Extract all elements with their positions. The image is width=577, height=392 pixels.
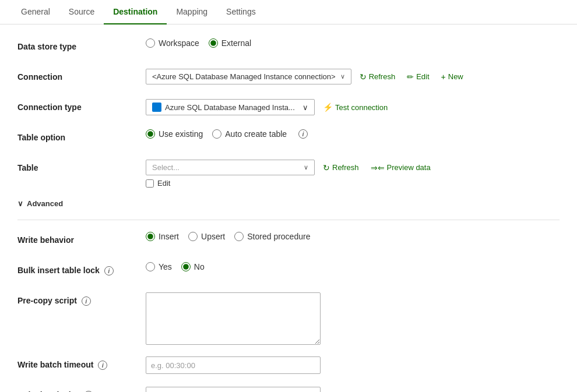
preview-data-label: Preview data — [387, 163, 431, 172]
connection-new-label: New — [448, 72, 463, 81]
radio-yes[interactable]: Yes — [146, 262, 172, 271]
connection-control: <Azure SQL Database Managed Instance con… — [146, 69, 467, 84]
table-option-radio-group: Use existing Auto create table i — [146, 129, 308, 139]
radio-no-input[interactable] — [181, 262, 191, 271]
write-batch-timeout-label: Write batch timeout i — [17, 356, 146, 370]
data-store-type-label: Data store type — [17, 38, 146, 51]
bulk-insert-info-icon[interactable]: i — [104, 266, 114, 276]
write-behavior-row: Write behavior Insert Upsert Stored proc… — [17, 232, 560, 250]
connection-type-row: Connection type Azure SQL Database Manag… — [17, 99, 560, 118]
table-control: Select... ∨ ↻ Refresh ⇒⇐ Preview data Ed… — [146, 160, 434, 188]
radio-auto-create-label: Auto create table — [225, 129, 287, 139]
pre-copy-script-control — [146, 292, 321, 345]
tab-destination[interactable]: Destination — [104, 0, 167, 24]
table-edit-checkbox[interactable]: Edit — [146, 179, 434, 188]
radio-auto-create-input[interactable] — [212, 129, 221, 139]
connection-refresh-label: Refresh — [369, 72, 396, 81]
radio-external-label: External — [221, 38, 251, 48]
advanced-chevron-icon: ∨ — [17, 199, 23, 208]
radio-use-existing[interactable]: Use existing — [146, 129, 203, 139]
pre-copy-script-input[interactable] — [146, 292, 321, 345]
write-batch-size-input[interactable] — [146, 387, 321, 392]
bulk-insert-label-text: Bulk insert table lock — [17, 266, 100, 275]
pre-copy-script-info-icon[interactable]: i — [82, 296, 91, 306]
radio-use-existing-input[interactable] — [146, 129, 155, 139]
write-batch-timeout-input[interactable] — [146, 356, 321, 374]
bulk-insert-row: Bulk insert table lock i Yes No — [17, 262, 560, 281]
advanced-label: Advanced — [27, 199, 63, 208]
edit-icon: ✏ — [407, 72, 414, 82]
table-label: Table — [17, 160, 146, 172]
table-dropdown[interactable]: Select... ∨ — [146, 160, 315, 175]
advanced-toggle[interactable]: ∨ Advanced — [17, 199, 560, 208]
connection-row: Connection <Azure SQL Database Managed I… — [17, 69, 560, 87]
table-edit-checkbox-input[interactable] — [146, 179, 154, 188]
radio-stored-procedure-input[interactable] — [234, 232, 244, 241]
connection-type-value: Azure SQL Database Managed Insta... — [165, 103, 295, 112]
radio-workspace-input[interactable] — [146, 38, 155, 48]
radio-auto-create[interactable]: Auto create table — [212, 129, 287, 139]
new-icon: + — [441, 72, 446, 82]
bulk-insert-label: Bulk insert table lock i — [17, 262, 146, 276]
connection-refresh-btn[interactable]: ↻ Refresh — [356, 70, 399, 84]
bulk-insert-radio-group: Yes No — [146, 262, 205, 271]
test-connection-icon: ⚡ — [323, 103, 333, 112]
preview-data-btn[interactable]: ⇒⇐ Preview data — [367, 161, 434, 175]
write-batch-timeout-control — [146, 356, 321, 374]
test-connection-label: Test connection — [335, 103, 388, 112]
table-option-row: Table option Use existing Auto create ta… — [17, 129, 560, 148]
radio-no-label: No — [194, 262, 205, 271]
table-option-label: Table option — [17, 129, 146, 142]
conn-type-inner: Azure SQL Database Managed Insta... — [152, 103, 295, 112]
pre-copy-script-label: Pre-copy script i — [17, 292, 146, 306]
table-dropdown-chevron: ∨ — [304, 164, 308, 171]
table-dropdown-placeholder: Select... — [152, 163, 180, 172]
connection-dropdown-chevron: ∨ — [340, 73, 345, 80]
preview-data-icon: ⇒⇐ — [371, 163, 385, 172]
radio-insert-input[interactable] — [146, 232, 155, 241]
write-behavior-control: Insert Upsert Stored procedure — [146, 232, 310, 241]
tab-settings[interactable]: Settings — [217, 0, 265, 24]
radio-yes-input[interactable] — [146, 262, 155, 271]
tab-mapping[interactable]: Mapping — [167, 0, 217, 24]
connection-type-dropdown[interactable]: Azure SQL Database Managed Insta... ∨ — [146, 99, 315, 115]
table-select-row: Select... ∨ ↻ Refresh ⇒⇐ Preview data — [146, 160, 434, 175]
radio-upsert-input[interactable] — [188, 232, 198, 241]
radio-workspace-label: Workspace — [159, 38, 199, 48]
data-store-type-row: Data store type Workspace External — [17, 38, 560, 57]
table-refresh-btn[interactable]: ↻ Refresh — [319, 161, 363, 175]
radio-yes-label: Yes — [159, 262, 172, 271]
write-batch-size-label: Write batch size i — [17, 387, 146, 392]
radio-no[interactable]: No — [181, 262, 205, 271]
pre-copy-script-label-text: Pre-copy script — [17, 296, 77, 305]
radio-upsert[interactable]: Upsert — [188, 232, 225, 241]
connection-edit-btn[interactable]: ✏ Edit — [403, 70, 432, 84]
radio-insert-label: Insert — [159, 232, 179, 241]
radio-insert[interactable]: Insert — [146, 232, 179, 241]
data-store-type-control: Workspace External — [146, 38, 251, 48]
test-connection-btn[interactable]: ⚡ Test connection — [319, 100, 391, 114]
write-batch-timeout-info-icon[interactable]: i — [98, 361, 107, 370]
write-batch-size-control — [146, 387, 321, 392]
connection-type-label: Connection type — [17, 99, 146, 112]
connection-new-btn[interactable]: + New — [438, 70, 467, 84]
tab-bar: General Source Destination Mapping Setti… — [0, 0, 577, 24]
tab-source[interactable]: Source — [59, 0, 104, 24]
table-option-info-icon[interactable]: i — [298, 129, 308, 139]
data-store-type-radio-group: Workspace External — [146, 38, 251, 48]
radio-external-input[interactable] — [209, 38, 218, 48]
connection-label: Connection — [17, 69, 146, 82]
write-batch-timeout-row: Write batch timeout i — [17, 356, 560, 375]
radio-external[interactable]: External — [209, 38, 251, 48]
connection-dropdown[interactable]: <Azure SQL Database Managed Instance con… — [146, 69, 351, 84]
radio-workspace[interactable]: Workspace — [146, 38, 199, 48]
radio-stored-procedure[interactable]: Stored procedure — [234, 232, 310, 241]
tab-general[interactable]: General — [12, 0, 59, 24]
write-batch-timeout-label-text: Write batch timeout — [17, 360, 93, 369]
form-body: Data store type Workspace External Conne… — [0, 24, 577, 392]
write-behavior-radio-group: Insert Upsert Stored procedure — [146, 232, 310, 241]
table-controls-group: Select... ∨ ↻ Refresh ⇒⇐ Preview data Ed… — [146, 160, 434, 188]
connection-edit-label: Edit — [416, 72, 429, 81]
bulk-insert-control: Yes No — [146, 262, 205, 271]
table-refresh-label: Refresh — [332, 163, 359, 172]
